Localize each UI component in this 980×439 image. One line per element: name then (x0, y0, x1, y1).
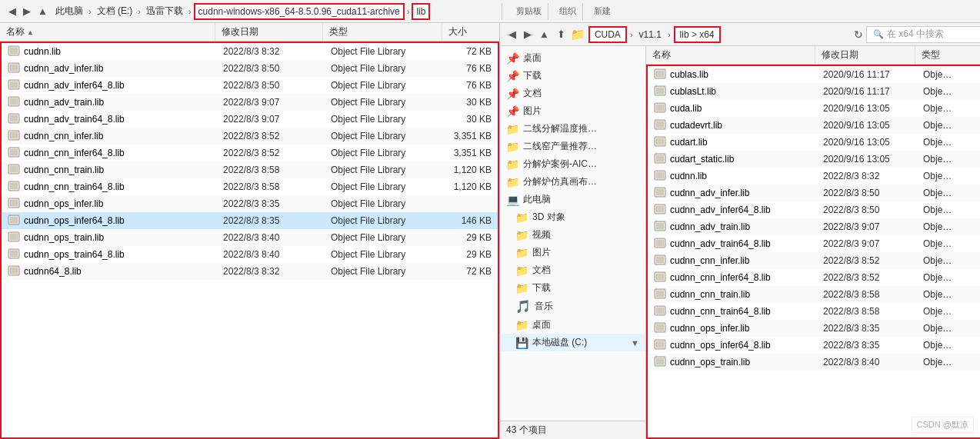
table-row[interactable]: cudnn_cnn_train64_8.lib 2022/8/3 8:58 Ob… (2, 178, 498, 195)
table-row[interactable]: cudnn_cnn_train64_8.lib 2022/8/3 8:58 Ob… (648, 303, 980, 320)
breadcrumb-sep4: › (407, 7, 410, 16)
table-row[interactable]: cudnn_adv_train.lib 2022/8/3 9:07 Object… (2, 94, 498, 111)
breadcrumb-sep3: › (188, 7, 192, 16)
table-row[interactable]: cudnn_ops_train.lib 2022/8/3 8:40 Obje… (648, 354, 980, 371)
right-col-name[interactable]: 名称 (646, 46, 815, 64)
right-toolbar-section-organize: 组织 (553, 3, 583, 20)
nav-item-pictures-pin[interactable]: 📌 图片 (500, 102, 645, 120)
col-name[interactable]: 名称 ▲ (0, 23, 215, 41)
right-file-name-cell: cudnn_cnn_infer64_8.lib (648, 271, 817, 285)
svg-rect-55 (8, 232, 19, 241)
table-row[interactable]: cublas.lib 2020/9/16 11:17 Obje… (648, 66, 980, 83)
nav-item-folder1[interactable]: 📁 二线分解温度推… (500, 120, 645, 138)
nav-forward-btn[interactable]: ▶ (21, 4, 33, 18)
right-back-btn[interactable]: ◀ (506, 27, 518, 42)
right-file-type-cell: Obje… (917, 154, 980, 165)
lib-icon (8, 129, 20, 144)
nav-item-download-pin[interactable]: 📌 下载 (500, 67, 645, 85)
right-forward-btn[interactable]: ▶ (522, 27, 534, 42)
nav-item-docs[interactable]: 📁 文档 (500, 261, 645, 279)
nav-item-3d[interactable]: 📁 3D 对象 (500, 208, 645, 226)
file-date-cell: 2022/8/3 8:35 (217, 215, 325, 226)
refresh-btn[interactable]: ↻ (854, 28, 863, 41)
breadcrumb-docs[interactable]: 文档 (E:) (94, 3, 136, 19)
table-row[interactable]: cudnn_ops_infer.lib 2022/8/3 8:35 Obje… (648, 320, 980, 337)
table-row[interactable]: cudnn_ops_infer64_8.lib 2022/8/3 8:35 Ob… (648, 337, 980, 354)
nav-tree: 📌 桌面 📌 下载 📌 文档 📌 图片 📁 二线分解温度推… (500, 46, 646, 439)
nav-item-folder4[interactable]: 📁 分解炉仿真画布… (500, 173, 645, 191)
right-up-btn2[interactable]: ⬆ (555, 27, 568, 42)
file-type-cell: Object File Library (325, 215, 444, 226)
clipboard-label: 剪贴板 (516, 5, 542, 17)
right-file-name-cell: cudnn_cnn_infer.lib (648, 254, 817, 268)
breadcrumb-xunlei[interactable]: 迅雷下载 (143, 3, 186, 19)
nav-item-desktop2[interactable]: 📁 桌面 (500, 316, 645, 334)
nav-item-downloads[interactable]: 📁 下载 (500, 279, 645, 297)
table-row[interactable]: cuda.lib 2020/9/16 13:05 Obje… (648, 100, 980, 117)
file-size-cell: 72 KB (444, 266, 498, 277)
search-box[interactable]: 🔍 在 x64 中搜索 (866, 26, 980, 43)
nav-item-docs-pin[interactable]: 📌 文档 (500, 85, 645, 102)
table-row[interactable]: cudnn_adv_infer.lib 2022/8/3 8:50 Object… (2, 60, 498, 77)
right-file-date-cell: 2022/8/3 8:40 (817, 357, 917, 367)
table-row[interactable]: cudnn_cnn_infer.lib 2022/8/3 8:52 Obje… (648, 252, 980, 269)
nav-item-desktop-pin[interactable]: 📌 桌面 (500, 49, 645, 67)
right-toolbar-section-new: 新建 (588, 3, 617, 20)
table-row[interactable]: cudnn_ops_infer64_8.lib 2022/8/3 8:35 Ob… (2, 212, 498, 229)
table-row[interactable]: cudnn_adv_infer.lib 2022/8/3 8:50 Obje… (648, 185, 980, 201)
right-file-date-cell: 2020/9/16 11:17 (817, 69, 917, 80)
nav-item-pictures[interactable]: 📁 图片 (500, 244, 645, 261)
table-row[interactable]: cudnn_cnn_infer.lib 2022/8/3 8:52 Object… (2, 128, 498, 145)
breadcrumb-lib[interactable]: lib (412, 3, 430, 20)
nav-item-folder2[interactable]: 📁 二线窑产量推荐… (500, 138, 645, 155)
lib-icon (8, 45, 20, 59)
col-type[interactable]: 类型 (323, 23, 442, 41)
table-row[interactable]: cudnn_cnn_train.lib 2022/8/3 8:58 Object… (2, 161, 498, 178)
table-row[interactable]: cudnn_cnn_train.lib 2022/8/3 8:58 Obje… (648, 286, 980, 303)
breadcrumb-cudnn[interactable]: cudnn-windows-x86_64-8.5.0.96_cuda11-arc… (194, 3, 405, 20)
right-col-date[interactable]: 修改日期 (815, 46, 915, 64)
table-row[interactable]: cudart_static.lib 2020/9/16 13:05 Obje… (648, 151, 980, 168)
table-row[interactable]: cublasLt.lib 2020/9/16 11:17 Obje… (648, 83, 980, 100)
right-breadcrumb-v111[interactable]: v11.1 (636, 28, 665, 42)
table-row[interactable]: cudnn_cnn_infer64_8.lib 2022/8/3 8:52 Ob… (2, 145, 498, 161)
right-file-name-cell: cudnn_ops_infer.lib (648, 321, 817, 336)
table-row[interactable]: cudnn_adv_infer64_8.lib 2022/8/3 8:50 Ob… (2, 77, 498, 94)
nav-item-local-disk[interactable]: 💾 本地磁盘 (C:) ▼ (500, 334, 645, 351)
file-type-cell: Object File Library (325, 249, 444, 260)
table-row[interactable]: cudnn_ops_train.lib 2022/8/3 8:40 Object… (2, 229, 498, 246)
nav-item-folder3[interactable]: 📁 分解炉案例-AIC… (500, 155, 645, 173)
right-up-btn[interactable]: ▲ (537, 27, 552, 42)
right-breadcrumb-cuda[interactable]: CUDA (588, 26, 627, 43)
file-type-cell: Object File Library (325, 148, 444, 158)
right-col-type[interactable]: 类型 (915, 46, 980, 64)
table-row[interactable]: cudnn_adv_infer64_8.lib 2022/8/3 8:50 Ob… (648, 201, 980, 218)
table-row[interactable]: cudnn_adv_train.lib 2022/8/3 9:07 Obje… (648, 218, 980, 235)
nav-item-this-pc[interactable]: 💻 此电脑 (500, 191, 645, 208)
nav-back-btn[interactable]: ◀ (6, 4, 18, 18)
nav-item-music[interactable]: 🎵 音乐 (500, 297, 645, 316)
file-name-cell: cudnn_adv_train.lib (2, 95, 217, 110)
svg-rect-25 (8, 131, 19, 140)
file-name-cell: cudnn_cnn_train64_8.lib (2, 180, 217, 195)
table-row[interactable]: cudadevrt.lib 2020/9/16 13:05 Obje… (648, 117, 980, 134)
col-size[interactable]: 大小 (442, 23, 496, 41)
right-file-type-cell: Obje… (917, 221, 980, 232)
lib-icon (8, 231, 20, 245)
right-file-date-cell: 2022/8/3 8:52 (817, 272, 917, 283)
table-row[interactable]: cudnn.lib 2022/8/3 8:32 Object File Libr… (2, 43, 498, 60)
table-row[interactable]: cudnn.lib 2022/8/3 8:32 Obje… (648, 168, 980, 185)
nav-item-video[interactable]: 📁 视频 (500, 226, 645, 244)
table-row[interactable]: cudnn_ops_train64_8.lib 2022/8/3 8:40 Ob… (2, 246, 498, 263)
table-row[interactable]: cudart.lib 2020/9/16 13:05 Obje… (648, 134, 980, 151)
table-row[interactable]: cudnn_adv_train64_8.lib 2022/8/3 9:07 Ob… (2, 111, 498, 128)
lib-icon (8, 163, 20, 178)
right-breadcrumb-lib-x64[interactable]: lib > x64 (674, 26, 721, 43)
table-row[interactable]: cudnn_cnn_infer64_8.lib 2022/8/3 8:52 Ob… (648, 269, 980, 286)
nav-up-btn[interactable]: ▲ (35, 4, 50, 18)
table-row[interactable]: cudnn_adv_train64_8.lib 2022/8/3 9:07 Ob… (648, 235, 980, 252)
table-row[interactable]: cudnn_ops_infer.lib 2022/8/3 8:35 Object… (2, 195, 498, 212)
col-date[interactable]: 修改日期 (215, 23, 323, 41)
table-row[interactable]: cudnn64_8.lib 2022/8/3 8:32 Object File … (2, 263, 498, 280)
breadcrumb-computer[interactable]: 此电脑 (52, 3, 86, 19)
